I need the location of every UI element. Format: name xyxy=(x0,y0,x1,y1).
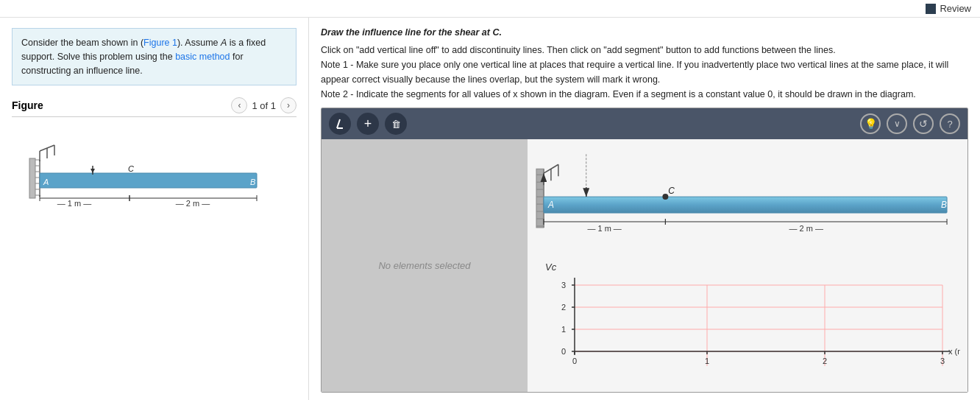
prev-figure-button[interactable]: ‹ xyxy=(231,97,247,113)
svg-rect-8 xyxy=(29,158,35,198)
hint-button[interactable]: 💡 xyxy=(860,113,881,134)
problem-statement: Consider the beam shown in (Figure 1). A… xyxy=(12,28,297,85)
toolbar-right: 💡 ∨ ↺ ? xyxy=(860,113,960,134)
figure-link[interactable]: Figure 1 xyxy=(143,38,177,48)
dim-2m-small: — 2 m — xyxy=(176,199,210,208)
figure-section: Figure ‹ 1 of 1 › xyxy=(12,97,297,226)
figure-header: Figure ‹ 1 of 1 › xyxy=(12,97,297,117)
chevron-down-icon: ∨ xyxy=(894,119,901,129)
review-label: Review xyxy=(940,3,971,14)
chart-container: Vc xyxy=(528,259,967,392)
instructions: Draw the influence line for the shear at… xyxy=(321,25,968,102)
y-tick-0: 0 xyxy=(561,347,566,356)
toolbar: + 🗑 💡 ∨ ↺ xyxy=(322,108,967,139)
small-beam-svg: A B C — 1 m — — 2 m — xyxy=(19,130,269,226)
canvas-dim-1m: — 1 m — xyxy=(588,224,622,233)
reset-button[interactable]: ↺ xyxy=(913,113,934,134)
x-tick-2: 2 xyxy=(823,357,827,365)
figure-title: Figure xyxy=(12,99,43,111)
basic-method-link[interactable]: basic method xyxy=(175,52,230,62)
add-segment-button[interactable]: + xyxy=(357,113,379,135)
figure-nav: ‹ 1 of 1 › xyxy=(231,97,297,113)
y-tick-2: 2 xyxy=(561,303,566,312)
no-elements-text: No elements selected xyxy=(378,260,470,271)
instruction-note1: Note 1 - Make sure you place only one ve… xyxy=(321,57,968,87)
distributed-load xyxy=(40,145,54,161)
instruction-1: Click on "add vertical line off" to add … xyxy=(321,43,968,57)
instruction-note2: Note 2 - Indicate the segments for all v… xyxy=(321,87,968,102)
left-panel: Consider the beam shown in (Figure 1). A… xyxy=(0,18,309,400)
point-C-dot xyxy=(662,194,668,200)
help-button[interactable]: ? xyxy=(940,113,960,134)
beam-body xyxy=(40,173,257,188)
label-A-small: A xyxy=(43,178,49,186)
canvas-wall xyxy=(536,169,544,228)
canvas-dim-2m: — 2 m — xyxy=(789,224,823,233)
canvas-label-B: B xyxy=(941,200,947,210)
x-tick-0: 0 xyxy=(572,357,577,365)
interactive-area: + 🗑 💡 ∨ ↺ xyxy=(321,108,968,393)
label-C-small: C xyxy=(128,164,134,173)
next-figure-button[interactable]: › xyxy=(280,97,297,113)
chart-y-label: Vc xyxy=(545,262,557,273)
trash-icon: 🗑 xyxy=(391,119,401,130)
toolbar-left: + 🗑 xyxy=(329,113,407,135)
chart-x-label: x (m) xyxy=(948,347,960,356)
small-beam-figure: A B C — 1 m — — 2 m — xyxy=(19,130,269,226)
canvas-area[interactable]: No elements selected xyxy=(322,139,967,392)
delete-button[interactable]: 🗑 xyxy=(385,113,407,135)
right-panel: Draw the influence line for the shear at… xyxy=(309,18,980,400)
review-icon xyxy=(926,4,936,14)
x-tick-1: 1 xyxy=(705,357,709,365)
canvas-label-C: C xyxy=(668,186,675,196)
canvas-beam-body xyxy=(544,197,947,213)
review-button[interactable]: Review xyxy=(926,3,971,14)
label-B-small: B xyxy=(250,178,255,186)
dim-1m-small: — 1 m — xyxy=(57,199,91,208)
page-indicator: 1 of 1 xyxy=(252,100,276,111)
x-tick-3: 3 xyxy=(940,357,945,365)
top-bar: Review xyxy=(0,0,980,18)
draw-instruction: Draw the influence line for the shear at… xyxy=(321,27,502,38)
main-layout: Consider the beam shown in (Figure 1). A… xyxy=(0,18,980,400)
svg-marker-13 xyxy=(90,169,95,173)
canvas-load-arrows xyxy=(544,154,586,197)
add-icon: + xyxy=(364,117,372,130)
wall-support xyxy=(29,158,40,198)
y-tick-1: 1 xyxy=(561,325,566,334)
expand-button[interactable]: ∨ xyxy=(887,113,907,134)
refresh-icon: ↺ xyxy=(919,118,928,130)
bulb-icon: 💡 xyxy=(864,118,877,130)
problem-text-prefix: Consider the beam shown in ( xyxy=(21,38,143,48)
question-icon: ? xyxy=(947,119,952,130)
add-vertical-line-button[interactable] xyxy=(329,113,351,135)
canvas-left-panel: No elements selected xyxy=(322,139,528,392)
svg-line-20 xyxy=(337,119,340,128)
canvas-label-A: A xyxy=(547,200,554,210)
canvas-right-panel[interactable]: A B C — 1 m — — 2 m — xyxy=(528,139,967,392)
chart-svg: Vc xyxy=(542,259,960,385)
y-tick-3: 3 xyxy=(561,281,566,290)
